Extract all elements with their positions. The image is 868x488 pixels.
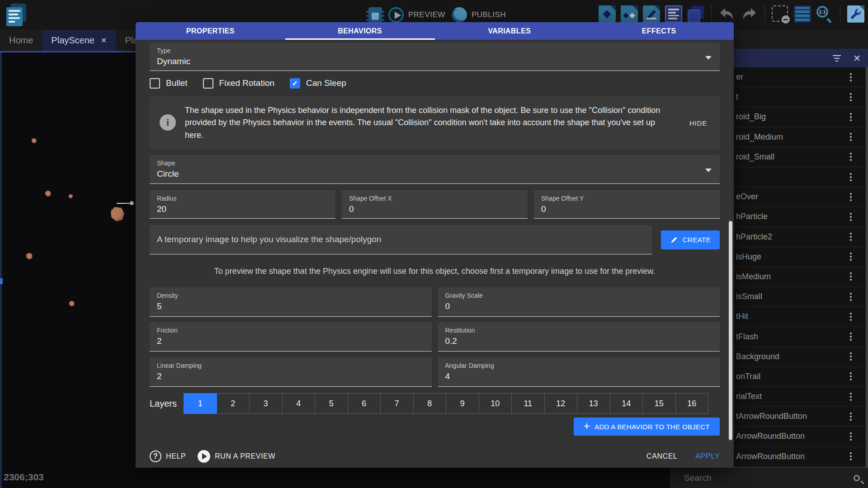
layer-cell[interactable]: 11 bbox=[511, 393, 545, 414]
zoom-1-1-icon[interactable]: 1:1 bbox=[816, 5, 833, 23]
asteroid-sprite[interactable] bbox=[111, 207, 124, 221]
add-behavior-button[interactable]: + ADD A BEHAVIOR TO THE OBJECT bbox=[574, 418, 720, 436]
checkbox[interactable]: Bullet bbox=[150, 78, 188, 89]
asteroid-sprite[interactable] bbox=[26, 253, 33, 259]
radius-field[interactable]: Radius 20 bbox=[150, 190, 335, 219]
chevron-down-icon[interactable] bbox=[705, 56, 712, 60]
undo-icon[interactable] bbox=[718, 5, 736, 23]
settings-wrench-icon[interactable] bbox=[847, 5, 864, 23]
layer-cell[interactable]: 8 bbox=[413, 393, 447, 414]
kebab-menu-icon[interactable] bbox=[850, 375, 852, 377]
layer-cell[interactable]: 16 bbox=[675, 393, 709, 414]
objects-editor-icon[interactable] bbox=[599, 5, 616, 23]
object-name: roid_Medium bbox=[736, 132, 850, 142]
publish-button[interactable]: PUBLISH bbox=[452, 7, 506, 23]
density-field[interactable]: Density 5 bbox=[150, 287, 432, 317]
layer-cell[interactable]: 5 bbox=[315, 393, 348, 414]
checkbox-box[interactable] bbox=[150, 78, 160, 89]
dialog-tab[interactable]: PROPERTIES bbox=[136, 22, 285, 40]
object-groups-icon[interactable] bbox=[621, 5, 638, 23]
chevron-down-icon[interactable] bbox=[705, 169, 712, 172]
kebab-menu-icon[interactable] bbox=[850, 336, 852, 338]
temp-image-field[interactable]: A temporary image to help you visualize … bbox=[150, 225, 652, 254]
events-editor-icon[interactable] bbox=[665, 5, 682, 23]
create-button[interactable]: CREATE bbox=[661, 230, 720, 249]
cancel-button[interactable]: CANCEL bbox=[646, 452, 678, 460]
restitution-field[interactable]: Restitution 0.2 bbox=[438, 322, 720, 352]
asteroid-sprite[interactable] bbox=[45, 191, 51, 197]
dialog-scrollbar[interactable] bbox=[729, 221, 732, 440]
layer-cell[interactable]: 3 bbox=[249, 393, 283, 414]
guide-dot[interactable] bbox=[130, 201, 134, 205]
redo-icon[interactable] bbox=[741, 5, 758, 23]
run-preview-button[interactable]: RUN A PREVIEW bbox=[198, 450, 275, 463]
mask-toggle-icon[interactable] bbox=[772, 5, 789, 23]
grid-toggle-icon[interactable] bbox=[794, 5, 811, 23]
asteroid-sprite[interactable] bbox=[69, 194, 73, 198]
shape-select[interactable]: Shape Circle bbox=[150, 155, 720, 184]
layer-cell[interactable]: 10 bbox=[479, 393, 512, 414]
layer-cell[interactable]: 14 bbox=[610, 393, 643, 414]
apply-button[interactable]: APPLY bbox=[696, 452, 720, 460]
layers-editor-icon[interactable] bbox=[687, 5, 704, 23]
kebab-menu-icon[interactable] bbox=[850, 196, 852, 198]
kebab-menu-icon[interactable] bbox=[850, 216, 852, 218]
hide-button[interactable]: HIDE bbox=[687, 116, 710, 131]
kebab-menu-icon[interactable] bbox=[850, 136, 852, 138]
layer-cell[interactable]: 2 bbox=[217, 393, 250, 414]
kebab-menu-icon[interactable] bbox=[850, 96, 852, 98]
close-panel-icon[interactable]: ✕ bbox=[853, 54, 861, 63]
tab-close-icon[interactable]: ✕ bbox=[101, 36, 107, 45]
panel-scrollbar[interactable] bbox=[866, 67, 868, 467]
shape-offset-y-field[interactable]: Shape Offset Y 0 bbox=[534, 190, 720, 219]
layer-cell[interactable]: 4 bbox=[282, 393, 316, 414]
friction-field[interactable]: Friction 2 bbox=[150, 322, 432, 352]
linear-damping-field[interactable]: Linear Damping 2 bbox=[150, 357, 432, 387]
checkbox[interactable]: Fixed Rotation bbox=[203, 78, 275, 89]
project-manager-icon[interactable] bbox=[6, 4, 27, 26]
asteroid-sprite[interactable] bbox=[69, 301, 75, 306]
search-input[interactable] bbox=[684, 473, 849, 483]
kebab-menu-icon[interactable] bbox=[850, 176, 852, 178]
angular-damping-field[interactable]: Angular Damping 4 bbox=[438, 357, 720, 387]
dialog-tab[interactable]: VARIABLES bbox=[435, 22, 585, 40]
kebab-menu-icon[interactable] bbox=[850, 156, 852, 158]
help-button[interactable]: ? HELP bbox=[150, 450, 186, 462]
type-select[interactable]: Type Dynamic bbox=[150, 42, 720, 71]
kebab-menu-icon[interactable] bbox=[850, 396, 852, 398]
kebab-menu-icon[interactable] bbox=[850, 436, 852, 437]
edit-scene-icon[interactable] bbox=[643, 5, 660, 23]
checkbox-box[interactable] bbox=[290, 78, 300, 89]
preview-button[interactable]: PREVIEW bbox=[388, 7, 445, 23]
kebab-menu-icon[interactable] bbox=[850, 316, 852, 318]
layer-cell[interactable]: 6 bbox=[348, 393, 381, 414]
layer-cell[interactable]: 9 bbox=[446, 393, 479, 414]
dialog-tab[interactable]: BEHAVIORS bbox=[285, 22, 435, 40]
debugger-icon[interactable] bbox=[368, 7, 382, 23]
editor-tab[interactable]: Home bbox=[0, 30, 42, 51]
kebab-menu-icon[interactable] bbox=[850, 236, 852, 238]
layer-cell[interactable]: 15 bbox=[642, 393, 676, 414]
layer-cell[interactable]: 12 bbox=[544, 393, 578, 414]
object-name: roid_Big bbox=[736, 112, 850, 122]
layer-cell[interactable]: 7 bbox=[380, 393, 414, 414]
shape-offset-x-field[interactable]: Shape Offset X 0 bbox=[342, 190, 528, 219]
layer-cell[interactable]: 1 bbox=[184, 393, 217, 414]
kebab-menu-icon[interactable] bbox=[850, 356, 852, 357]
asteroid-sprite[interactable] bbox=[32, 138, 37, 143]
filter-icon[interactable] bbox=[832, 55, 841, 61]
checkbox-box[interactable] bbox=[203, 78, 213, 89]
kebab-menu-icon[interactable] bbox=[850, 76, 852, 78]
kebab-menu-icon[interactable] bbox=[850, 296, 852, 298]
toolbar-separator bbox=[711, 5, 712, 23]
kebab-menu-icon[interactable] bbox=[850, 116, 852, 118]
gravity-scale-field[interactable]: Gravity Scale 0 bbox=[438, 287, 720, 317]
kebab-menu-icon[interactable] bbox=[850, 276, 852, 277]
editor-tab[interactable]: PlayScene ✕ bbox=[42, 30, 116, 51]
checkbox[interactable]: Can Sleep bbox=[290, 78, 346, 89]
kebab-menu-icon[interactable] bbox=[850, 416, 852, 418]
layer-cell[interactable]: 13 bbox=[577, 393, 610, 414]
kebab-menu-icon[interactable] bbox=[850, 256, 852, 258]
dialog-tab[interactable]: EFFECTS bbox=[584, 22, 734, 40]
kebab-menu-icon[interactable] bbox=[850, 455, 852, 457]
